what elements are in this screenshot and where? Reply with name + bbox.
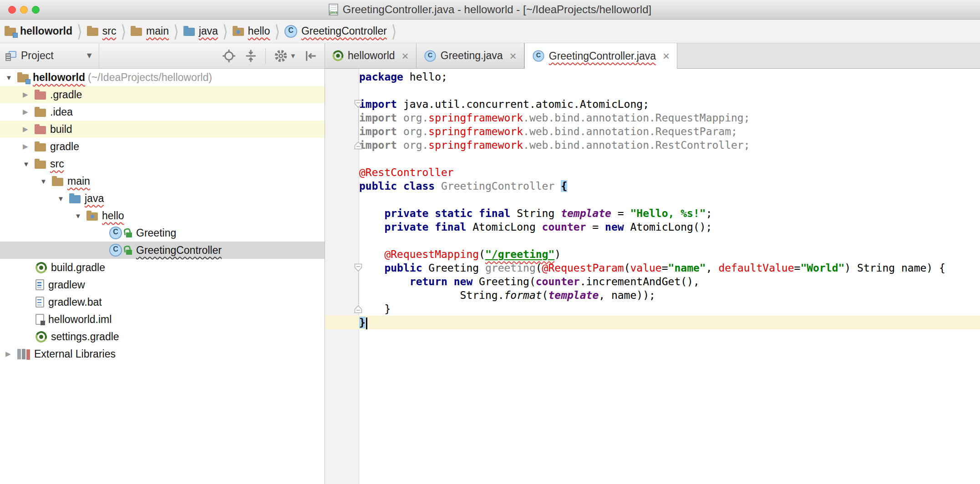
folder-ex-icon [35, 91, 46, 100]
project-tree: ▼helloworld (~/IdeaProjects/helloworld)▶… [0, 69, 325, 484]
editor-tabbar: helloworld×Greeting.java×GreetingControl… [325, 43, 980, 69]
tree-row-gradlew[interactable]: gradlew [0, 276, 325, 293]
chevron-down-icon[interactable]: ▼ [23, 160, 35, 168]
code-line-11: private static final String template = "… [359, 207, 980, 220]
fold-end-icon[interactable] [354, 304, 362, 313]
folder-blue-icon [69, 195, 81, 203]
tree-item-label: build [50, 123, 72, 136]
folder-proj-icon [5, 28, 16, 36]
class-icon [109, 227, 122, 239]
project-panel-header: Project ▼ ▼ [0, 43, 325, 69]
fold-start-icon[interactable] [354, 263, 362, 272]
class-icon [284, 25, 297, 38]
breadcrumb-separator: ⟩ [173, 21, 179, 41]
tree-row-helloworld.iml[interactable]: helloworld.iml [0, 311, 325, 328]
minimize-window-button[interactable] [20, 6, 28, 14]
chevron-down-icon[interactable]: ▼ [5, 74, 17, 81]
tree-item-label: gradlew.bat [48, 296, 102, 308]
settings-icon[interactable]: ▼ [273, 48, 296, 64]
tree-row-gradlew.bat[interactable]: gradlew.bat [0, 293, 325, 311]
tree-item-label: hello [102, 210, 124, 222]
close-icon[interactable]: × [663, 50, 670, 62]
tree-item-label: .gradle [50, 89, 82, 101]
tree-row-hello[interactable]: ▼hello [0, 207, 325, 224]
breadcrumb-separator: ⟩ [77, 21, 82, 41]
folder-icon [35, 109, 46, 117]
tree-row-gradle[interactable]: ▶gradle [0, 138, 325, 155]
lock-icon [124, 246, 132, 255]
tree-row-.gradle[interactable]: ▶.gradle [0, 86, 325, 103]
project-view-combo[interactable]: Project ▼ [0, 43, 99, 68]
crumb-label: GreetingController [301, 25, 387, 37]
tab-label: GreetingController.java [549, 50, 656, 62]
tree-row-build.gradle[interactable]: build.gradle [0, 259, 325, 276]
code-line-19: } [359, 316, 980, 329]
file-iml-icon [36, 314, 44, 325]
chevron-right-icon[interactable]: ▶ [23, 108, 35, 116]
code-line-4: import org.springframework.web.bind.anno… [359, 111, 980, 125]
tree-row-settings.gradle[interactable]: settings.gradle [0, 328, 325, 345]
locate-icon[interactable] [222, 49, 236, 63]
crumb-label: java [199, 25, 218, 37]
chevron-right-icon[interactable]: ▶ [23, 91, 35, 99]
crumb-src[interactable]: src [87, 25, 117, 37]
tree-row-build[interactable]: ▶build [0, 121, 325, 138]
tree-row-GreetingController[interactable]: GreetingController [0, 242, 325, 259]
folder-pkg-icon [86, 212, 98, 221]
chevron-down-icon[interactable]: ▼ [57, 195, 69, 202]
tab-label: helloworld [348, 50, 395, 62]
breadcrumb-separator: ⟩ [223, 21, 228, 41]
tab-GreetingController.java[interactable]: GreetingController.java× [524, 43, 677, 69]
hide-panel-icon[interactable] [304, 49, 318, 63]
collapse-all-icon[interactable] [244, 49, 258, 63]
tree-item-label: helloworld [33, 71, 85, 84]
folder-icon [52, 178, 63, 186]
tree-row-main[interactable]: ▼main [0, 172, 325, 190]
tree-row-.idea[interactable]: ▶.idea [0, 103, 325, 121]
chevron-down-icon[interactable]: ▼ [40, 177, 52, 185]
editor[interactable]: package hello;import java.util.concurren… [325, 69, 980, 484]
folder-icon [35, 161, 46, 169]
crumb-GreetingController[interactable]: GreetingController [284, 25, 387, 38]
zoom-window-button[interactable] [32, 6, 40, 14]
code-area[interactable]: package hello;import java.util.concurren… [359, 70, 980, 329]
crumb-label: main [146, 25, 169, 37]
crumb-label: src [102, 25, 117, 37]
code-line-18: } [359, 302, 980, 316]
breadcrumb-separator: ⟩ [391, 21, 397, 41]
chevron-right-icon[interactable]: ▶ [5, 350, 17, 358]
project-tool-window: Project ▼ ▼ ▼helloworld (~/IdeaProjects/… [0, 43, 325, 484]
tab-helloworld[interactable]: helloworld× [325, 43, 416, 68]
tree-row-java[interactable]: ▼java [0, 190, 325, 207]
close-window-button[interactable] [8, 6, 16, 14]
code-line-16: return new Greeting(counter.incrementAnd… [359, 275, 980, 288]
window-controls [8, 0, 40, 20]
tree-row-Greeting[interactable]: Greeting [0, 224, 325, 242]
folder-pkg-icon [233, 28, 244, 36]
chevron-right-icon[interactable]: ▶ [23, 125, 35, 133]
close-icon[interactable]: × [402, 50, 409, 62]
crumb-helloworld[interactable]: helloworld [5, 25, 72, 37]
tab-Greeting.java[interactable]: Greeting.java× [416, 43, 524, 68]
folder-proj-icon [17, 74, 29, 82]
tree-item-label: gradlew [48, 279, 85, 291]
gradle-icon [36, 331, 47, 343]
code-line-7 [359, 152, 980, 166]
chevron-down-icon[interactable]: ▼ [75, 212, 86, 220]
crumb-main[interactable]: main [131, 25, 169, 37]
crumb-hello[interactable]: hello [233, 25, 270, 37]
fold-end-icon[interactable] [354, 141, 362, 150]
fold-start-icon[interactable] [354, 100, 362, 109]
tree-row-src[interactable]: ▼src [0, 155, 325, 172]
project-view-label: Project [21, 50, 54, 62]
crumb-java[interactable]: java [183, 25, 218, 37]
tree-row-External Libraries[interactable]: ▶External Libraries [0, 345, 325, 363]
close-icon[interactable]: × [510, 50, 517, 62]
tree-item-label: GreetingController [136, 244, 222, 257]
tree-row-helloworld[interactable]: ▼helloworld (~/IdeaProjects/helloworld) [0, 69, 325, 86]
tree-item-label: External Libraries [34, 348, 116, 360]
code-line-9: public class GreetingController { [359, 179, 980, 193]
chevron-right-icon[interactable]: ▶ [23, 142, 35, 151]
fold-region-line [358, 109, 359, 141]
folder-ex-icon [35, 126, 46, 134]
